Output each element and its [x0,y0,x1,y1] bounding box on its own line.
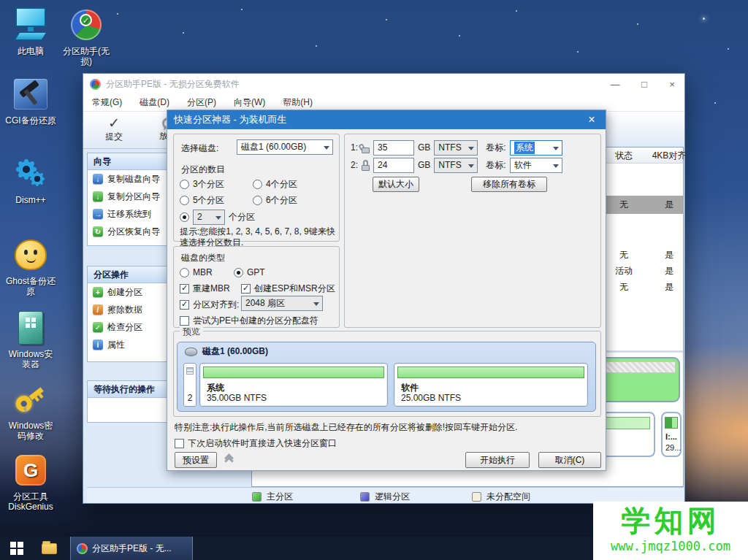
desktop-icon-ghost-backup[interactable]: Ghost备份还原 [4,236,57,296]
sidebar-item-create-partition[interactable]: + 创建分区 [88,283,168,301]
fs-combo[interactable]: NTFS [434,158,478,173]
menu-general[interactable]: 常规(G) [83,96,131,109]
radio-label: 3个分区 [193,178,224,191]
radio-checked[interactable] [180,212,189,222]
count-option-custom[interactable]: 2 个分区 [180,210,255,224]
dialog-title: 快速分区神器 - 为装机而生 [174,113,287,126]
sidebar-item-copy-disk-wizard[interactable]: ↓ 复制磁盘向导 [88,170,168,188]
checkbox-checked[interactable] [180,284,189,294]
default-size-button[interactable]: 默认大小 [373,177,419,192]
minimize-button[interactable]: — [603,74,627,94]
gpt-option[interactable]: GPT [234,265,265,280]
wipe-data-icon: / [93,304,103,315]
count-suffix: 个分区 [229,211,255,223]
sidebar-item-copy-partition-wizard[interactable]: ↓ 复制分区向导 [88,188,168,205]
row-index: 2: [351,160,358,170]
desktop-icon-windows-installer[interactable]: Windows安装器 [4,309,57,369]
volume-combo[interactable]: 软件 [510,158,562,173]
sidebar-pending-ops-panel: 等待执行的操作 [87,380,169,423]
checkbox-checked[interactable] [180,300,189,310]
column-status[interactable]: 状态 [603,150,645,162]
sidebar-item-check-partition[interactable]: ✓ 检查分区 [88,318,168,336]
collapse-chevrons-icon[interactable] [226,455,232,461]
preview-partition-software[interactable]: 软件 25.00GB NTFS [394,363,588,407]
checkbox-checked[interactable] [241,284,251,294]
start-execute-button[interactable]: 开始执行 [465,452,530,468]
computer-icon [4,6,57,44]
taskbar-app-button[interactable]: 分区助手PE版 - 无... [70,537,193,560]
unlock-icon[interactable] [362,142,370,153]
quick-partition-dialog: 快速分区神器 - 为装机而生 × 选择磁盘: 磁盘1 (60.00GB) 分区的… [167,110,606,471]
radio-label: 6个分区 [266,194,297,207]
preview-partition-system[interactable]: 系统 35.00GB NTFS [199,363,388,407]
align-checkbox[interactable]: 分区对齐到: [180,297,239,312]
legend-label: 主分区 [267,491,293,503]
sidebar-section-title: 等待执行的操作 [88,381,168,398]
sidebar-item-migrate-system[interactable]: → 迁移系统到 [88,205,168,223]
size-input[interactable]: 35 [373,140,414,156]
preset-button[interactable]: 预设置 [175,452,217,468]
sidebar-item-partition-recovery-wizard[interactable]: ↻ 分区恢复向导 [88,223,168,240]
radio-unchecked[interactable] [180,196,189,205]
start-button[interactable] [0,537,34,560]
dialog-close-button[interactable]: × [581,110,603,129]
desktop-icon-cgi-backup[interactable]: CGI备份还原 [1,75,60,126]
desktop-icon-partition-assistant[interactable]: ✓ 分区助手(无损) [61,6,111,66]
primary-partition-swatch [252,492,262,502]
desktop-icon-diskgenius[interactable]: G 分区工具DiskGenius [1,451,60,512]
disk-select-combo[interactable]: 磁盘1 (60.00GB) [237,139,333,155]
chevron-down-icon [553,147,559,153]
star [241,9,243,10]
disk-select-value: 磁盘1 (60.00GB) [241,141,306,153]
sidebar-item-wipe-data[interactable]: / 擦除数据 [88,301,168,318]
file-explorer-button[interactable] [34,537,64,560]
radio-unchecked[interactable] [180,180,189,189]
desktop-icon-dism[interactable]: Dism++ [4,155,57,205]
menu-disk[interactable]: 磁盘(D) [131,96,178,109]
logical-partition-swatch [360,492,370,502]
sidebar-item-label: 迁移系统到 [107,208,151,220]
menu-help[interactable]: 帮助(H) [274,96,321,109]
create-esp-checkbox[interactable]: 创建ESP和MSR分区 [241,281,335,296]
radio-unchecked[interactable] [253,180,262,189]
align-combo[interactable]: 2048 扇区 [241,296,323,311]
partition-assistant-icon [77,543,88,554]
remove-all-labels-button[interactable]: 移除所有卷标 [471,177,547,192]
count-option-6[interactable]: 6个分区 [253,193,297,207]
sidebar-item-label: 检查分区 [107,321,142,334]
fs-combo[interactable]: NTFS [434,140,478,156]
startup-checkbox-row[interactable]: 下次启动软件时直接进入快速分区窗口 [175,436,337,450]
legend-bar: 主分区 逻辑分区 未分配空间 [87,487,684,503]
count-combo[interactable]: 2 [193,210,225,225]
size-input[interactable]: 24 [373,158,414,173]
menu-wizard[interactable]: 向导(W) [225,96,274,109]
sidebar-item-properties[interactable]: i 属性 [88,336,168,353]
volume-caption: 卷标: [486,142,505,154]
disk-graph-small-partition[interactable]: I:... 29... [661,412,682,457]
count-option-4[interactable]: 4个分区 [253,177,297,191]
preview-disk-panel: 磁盘1 (60.00GB) 2 系统 35.00GB NTFS 软件 25.00… [177,342,596,412]
mbr-option[interactable]: MBR [180,265,213,280]
count-option-3[interactable]: 3个分区 [180,177,224,191]
radio-unchecked[interactable] [253,196,262,205]
submit-button[interactable]: ✓ 提交 [94,112,134,148]
column-4kb-align[interactable]: 4KB对齐 [647,150,691,162]
checkbox-unchecked[interactable] [180,316,189,326]
partition-size: 35.00GB NTFS [207,393,267,403]
radio-checked[interactable] [234,268,243,277]
desktop-icon-this-pc[interactable]: 此电脑 [4,6,57,56]
menu-partition[interactable]: 分区(P) [178,96,225,109]
disk-type-group: 磁盘的类型 MBR GPT 重建MBR 创建ESP和MSR分区 分区对齐到: 2… [173,246,340,328]
count-option-5[interactable]: 5个分区 [180,193,224,207]
window-titlebar: 分区助手PE版 - 无损分区免费软件 [83,74,684,94]
cancel-button[interactable]: 取消(C) [538,452,601,468]
volume-combo[interactable]: 系统 [510,140,562,156]
maximize-button[interactable]: □ [633,74,656,94]
close-button[interactable]: × [660,74,684,94]
rebuild-mbr-checkbox[interactable]: 重建MBR [180,281,230,296]
checkbox-unchecked[interactable] [175,439,184,448]
check-icon: ✓ [108,117,120,130]
lock-icon[interactable] [362,160,370,171]
radio-unchecked[interactable] [180,268,189,277]
desktop-icon-windows-password[interactable]: Windows密码修改 [4,380,57,441]
